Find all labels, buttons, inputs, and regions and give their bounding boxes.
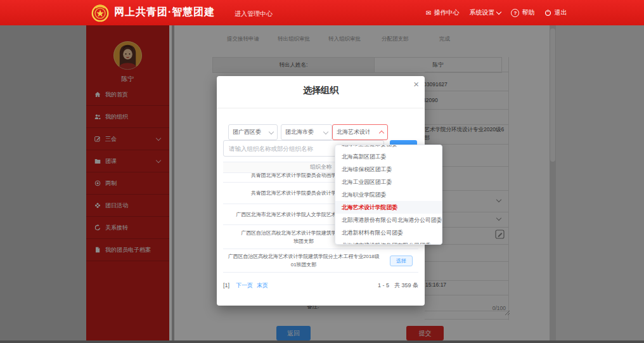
pagination-total: 共 359 条 xyxy=(394,282,418,290)
enter-admin-link[interactable]: 进入管理中心 xyxy=(235,10,273,18)
org-dropdown-panel: 北海市卫生健康委团委 北海高新区团工委 北海综保税区团工委 北海工业园区团工委 … xyxy=(335,145,442,245)
mail-icon: ✉ xyxy=(426,10,431,16)
dropdown-item[interactable]: 北海高新区团工委 xyxy=(335,150,442,163)
pagination-next[interactable]: 下一页 xyxy=(236,282,253,290)
org-dropdown-list: 北海市卫生健康委团委 北海高新区团工委 北海综保税区团工委 北海工业园区团工委 … xyxy=(335,145,442,245)
menu-message-center[interactable]: ✉ 操作中心 xyxy=(426,8,459,17)
pagination: [1] 下一页 末页 1 - 5 共 359 条 xyxy=(223,278,418,293)
chevron-down-icon xyxy=(269,129,274,134)
row-select-button[interactable]: 选择 xyxy=(390,256,413,266)
dropdown-item[interactable]: 北海市卫生健康委团委 xyxy=(335,145,442,150)
chevron-down-icon xyxy=(496,10,501,15)
dropdown-item-selected[interactable]: 北海艺术设计学院团委 xyxy=(335,201,442,214)
organization-select[interactable]: 北海艺术设计学院团委 xyxy=(332,124,388,140)
menu-help[interactable]: ? 帮助 xyxy=(511,8,534,17)
region-select[interactable]: 团广西区委 xyxy=(228,124,278,140)
modal-title: 选择组织 xyxy=(217,85,425,96)
top-header-bar: 网上共青团·智慧团建 进入管理中心 ✉ 操作中心 系统设置 ? 帮助 退出 xyxy=(0,0,644,25)
dropdown-item[interactable]: 北海职业学院团委 xyxy=(335,188,442,201)
league-emblem-logo xyxy=(90,3,110,23)
dropdown-item[interactable]: 北部湾港股份有限公司北海港分公司团委 xyxy=(335,214,442,226)
chevron-up-icon xyxy=(379,131,384,136)
header-menu: ✉ 操作中心 系统设置 ? 帮助 退出 xyxy=(426,0,567,25)
app-title: 网上共青团·智慧团建 xyxy=(114,6,215,19)
power-icon xyxy=(544,9,551,16)
pagination-current-page[interactable]: [1] xyxy=(223,282,229,288)
menu-logout[interactable]: 退出 xyxy=(544,8,567,17)
dropdown-item[interactable]: 北海综保税区团工委 xyxy=(335,163,442,176)
city-select[interactable]: 团北海市委 xyxy=(281,124,332,140)
question-icon: ? xyxy=(511,9,519,17)
menu-system-settings[interactable]: 系统设置 xyxy=(469,8,501,17)
dropdown-item[interactable]: 北海城市建设投资集团有限公司团委 xyxy=(335,239,442,245)
pagination-last[interactable]: 末页 xyxy=(257,282,268,290)
pagination-range: 1 - 5 xyxy=(378,282,389,288)
dropdown-item[interactable]: 北港新材料有限公司团委 xyxy=(335,226,442,239)
modal-divider xyxy=(217,108,425,108)
table-row[interactable]: 广西区自治区高校北海艺术设计学院建筑学院分土木工程专业2018级 01班团支部 … xyxy=(223,249,418,273)
chevron-down-icon xyxy=(323,129,328,134)
dropdown-item[interactable]: 北海工业园区团工委 xyxy=(335,176,442,188)
